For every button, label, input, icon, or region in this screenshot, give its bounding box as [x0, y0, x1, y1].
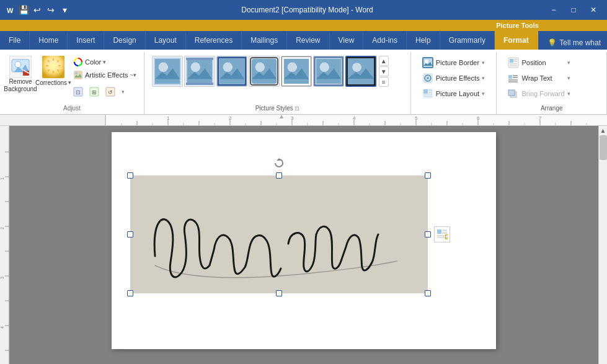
- image-with-border: [130, 175, 428, 293]
- tab-addins[interactable]: Add-ins: [363, 31, 407, 50]
- handle-bottom-right[interactable]: [425, 290, 431, 296]
- picture-styles-inner: ▲ ▼ ≡: [149, 53, 391, 103]
- arrange-group: Position ▾ Wrap Text ▾: [497, 52, 607, 114]
- picture-styles-label: Picture Styles ⊡: [144, 104, 410, 113]
- style-thumb-2[interactable]: [184, 56, 215, 87]
- svg-rect-38: [252, 59, 277, 84]
- adjust-dropdown-arrow[interactable]: ▾: [119, 84, 126, 99]
- artistic-effects-button[interactable]: Artistic Effects ~▾: [71, 69, 139, 81]
- svg-text:4: 4: [0, 326, 4, 329]
- handle-bottom-left[interactable]: [127, 290, 133, 296]
- handle-top-left[interactable]: [127, 172, 133, 179]
- style-thumb-4[interactable]: [249, 56, 280, 87]
- tab-layout[interactable]: Layout: [146, 31, 186, 50]
- rotate-handle[interactable]: [274, 158, 284, 168]
- artistic-effects-icon: [73, 70, 83, 80]
- svg-rect-62: [423, 96, 432, 97]
- tab-mailings[interactable]: Mailings: [242, 31, 287, 50]
- tab-file[interactable]: File: [0, 31, 30, 50]
- picture-border-dropdown: ▾: [482, 60, 485, 66]
- handle-bottom-middle[interactable]: [276, 290, 282, 296]
- redo-icon[interactable]: ↪: [46, 5, 56, 15]
- tab-insert[interactable]: Insert: [68, 31, 104, 50]
- tab-home[interactable]: Home: [30, 31, 68, 50]
- corrections-button[interactable]: Corrections ▾: [38, 53, 68, 89]
- selected-image-wrapper[interactable]: [130, 175, 428, 295]
- remove-background-button[interactable]: Remove Background: [5, 53, 36, 95]
- tab-view[interactable]: View: [330, 31, 364, 50]
- handle-top-middle[interactable]: [276, 172, 282, 179]
- layout-options-icon[interactable]: [434, 226, 450, 242]
- gallery-scroll: ▲ ▼ ≡: [379, 56, 389, 87]
- undo-icon[interactable]: ↩: [32, 5, 42, 15]
- tab-design[interactable]: Design: [104, 31, 145, 50]
- horizontal-ruler: 1 2 3 4 5 6 7: [105, 115, 607, 126]
- svg-rect-48: [348, 58, 374, 84]
- remove-background-label: Remove Background: [4, 78, 37, 93]
- adjust-group: Remove Background: [0, 52, 144, 114]
- svg-text:⊡: ⊡: [76, 89, 81, 95]
- picture-border-button[interactable]: Picture Border ▾: [419, 56, 489, 69]
- svg-point-36: [223, 63, 232, 72]
- wrap-text-button[interactable]: Wrap Text ▾: [504, 71, 574, 85]
- style-thumb-5[interactable]: [281, 56, 312, 87]
- tab-references[interactable]: References: [186, 31, 242, 50]
- picture-layout-button[interactable]: Picture Layout ▾: [419, 87, 489, 100]
- svg-text:2: 2: [0, 227, 4, 229]
- gallery-up-arrow[interactable]: ▲: [379, 56, 389, 66]
- svg-rect-73: [508, 81, 518, 82]
- compress-button[interactable]: ⊡: [71, 84, 86, 99]
- svg-rect-34: [186, 82, 213, 85]
- scroll-thumb[interactable]: [600, 135, 607, 160]
- picture-styles-gallery: ▲ ▼ ≡: [149, 53, 391, 89]
- title-bar: W 💾 ↩ ↪ ▾ Document2 [Compatibility Mode]…: [0, 0, 607, 20]
- vertical-scrollbar[interactable]: ▲ ▼: [598, 126, 607, 364]
- color-button[interactable]: Color ▾: [71, 56, 139, 68]
- svg-text:↺: ↺: [108, 89, 113, 95]
- scroll-up-button[interactable]: ▲: [599, 126, 608, 135]
- close-button[interactable]: ✕: [585, 1, 602, 19]
- picture-effects-button[interactable]: Picture Effects ▾: [419, 71, 489, 85]
- tab-review[interactable]: Review: [287, 31, 329, 50]
- style-thumb-3[interactable]: [216, 56, 247, 87]
- tab-format[interactable]: Format: [495, 31, 538, 50]
- bring-forward-dropdown: ▾: [567, 91, 570, 97]
- change-picture-button[interactable]: ⊞: [87, 84, 102, 99]
- svg-rect-35: [219, 59, 244, 84]
- gallery-more-arrow[interactable]: ≡: [379, 77, 389, 87]
- svg-text:⊞: ⊞: [92, 89, 97, 95]
- svg-text:1: 1: [167, 115, 170, 121]
- restore-button[interactable]: □: [565, 1, 582, 19]
- reset-picture-button[interactable]: ↺: [103, 84, 118, 99]
- svg-rect-33: [186, 58, 213, 60]
- svg-point-56: [427, 78, 428, 79]
- svg-text:5: 5: [415, 115, 418, 121]
- svg-rect-70: [513, 75, 518, 76]
- svg-rect-41: [284, 59, 309, 84]
- svg-rect-66: [514, 61, 517, 62]
- minimize-button[interactable]: −: [545, 1, 562, 19]
- wrap-text-dropdown: ▾: [567, 75, 570, 81]
- save-icon[interactable]: 💾: [19, 5, 29, 15]
- style-thumb-7[interactable]: [345, 56, 376, 87]
- style-thumb-6[interactable]: [313, 56, 344, 87]
- customize-icon[interactable]: ▾: [60, 5, 69, 15]
- position-button[interactable]: Position ▾: [504, 56, 574, 69]
- svg-rect-65: [514, 59, 517, 60]
- picture-styles-group: ▲ ▼ ≡ Picture Styles ⊡: [144, 52, 411, 114]
- tab-help[interactable]: Help: [407, 31, 440, 50]
- tab-grammarly[interactable]: Grammarly: [440, 31, 495, 50]
- svg-marker-115: [280, 115, 283, 118]
- svg-rect-19: [74, 71, 82, 79]
- handle-middle-right[interactable]: [425, 231, 431, 237]
- svg-rect-61: [423, 94, 432, 95]
- handle-top-right[interactable]: [425, 172, 431, 179]
- tell-me-search[interactable]: 💡 Tell me what: [541, 36, 607, 50]
- gallery-down-arrow[interactable]: ▼: [379, 66, 389, 76]
- handle-middle-left[interactable]: [127, 231, 133, 237]
- svg-text:W: W: [7, 7, 14, 14]
- svg-point-9: [50, 62, 57, 69]
- bring-forward-button[interactable]: Bring Forward ▾: [504, 87, 574, 100]
- picture-styles-expand-icon[interactable]: ⊡: [295, 105, 299, 112]
- style-thumb-1[interactable]: [152, 56, 183, 87]
